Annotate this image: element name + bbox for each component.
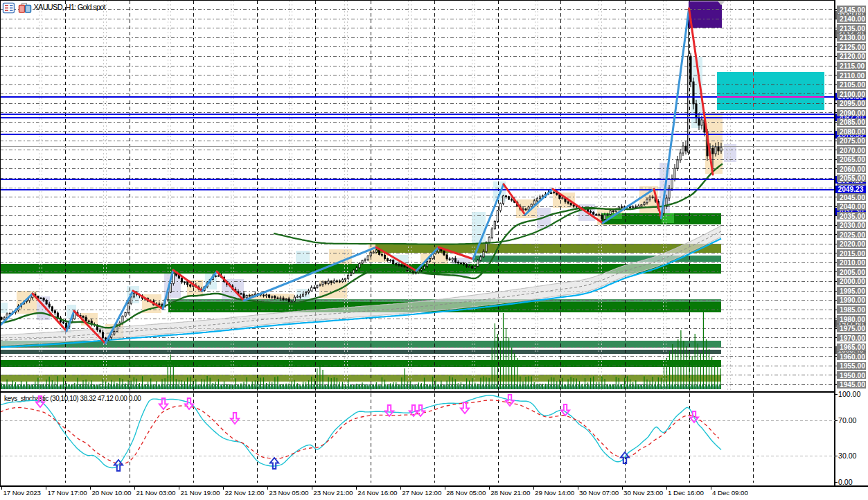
svg-text:2055.00: 2055.00 [840,175,865,182]
svg-text:30.00: 30.00 [838,452,857,460]
svg-text:2030.00: 2030.00 [840,222,865,229]
svg-text:2049.23: 2049.23 [838,186,864,193]
svg-text:2110.00: 2110.00 [840,72,865,80]
svg-text:1965.00: 1965.00 [840,343,865,351]
svg-text:0.00: 0.00 [838,478,853,486]
svg-text:2105.00: 2105.00 [840,81,865,89]
svg-text:2015.00: 2015.00 [840,250,865,258]
svg-text:20 Nov 10:00: 20 Nov 10:00 [91,489,132,497]
svg-text:17 Nov 2023: 17 Nov 2023 [3,489,42,497]
svg-text:2090.00: 2090.00 [840,109,865,117]
svg-text:70.00: 70.00 [838,416,857,425]
svg-text:23 Nov 05:00: 23 Nov 05:00 [269,489,309,497]
svg-text:22 Nov 12:00: 22 Nov 12:00 [224,489,265,497]
svg-text:1 Dec 16:00: 1 Dec 16:00 [668,489,704,497]
svg-text:27 Nov 12:00: 27 Nov 12:00 [402,489,442,497]
svg-text:2125.00: 2125.00 [840,44,865,51]
svg-text:2060.00: 2060.00 [840,166,865,173]
svg-text:30 Nov 07:00: 30 Nov 07:00 [579,489,619,497]
svg-text:2035.00: 2035.00 [840,213,865,220]
svg-text:2040.00: 2040.00 [840,203,865,211]
svg-text:23 Nov 21:00: 23 Nov 21:00 [313,489,353,497]
svg-text:2075.00: 2075.00 [840,137,865,145]
svg-text:2085.00: 2085.00 [840,118,865,126]
svg-text:2080.00: 2080.00 [840,128,865,136]
svg-text:1985.00: 1985.00 [840,306,865,314]
svg-text:2020.00: 2020.00 [840,240,865,248]
svg-text:1975.00: 1975.00 [840,325,865,332]
svg-text:2000.00: 2000.00 [840,278,865,285]
svg-text:1995.00: 1995.00 [840,287,865,295]
svg-text:2140.00: 2140.00 [840,15,865,23]
svg-text:2145.00: 2145.00 [840,6,865,14]
svg-text:100.00: 100.00 [838,390,861,398]
svg-text:28 Nov 21:00: 28 Nov 21:00 [490,489,531,497]
svg-text:XAUUSD, H1: Gold spot: XAUUSD, H1: Gold spot [34,3,106,11]
svg-text:2120.00: 2120.00 [840,53,865,60]
svg-text:1955.00: 1955.00 [840,362,865,370]
svg-text:29 Nov 14:00: 29 Nov 14:00 [535,489,575,497]
svg-text:1970.00: 1970.00 [840,334,865,342]
svg-text:2130.00: 2130.00 [840,34,865,42]
svg-text:1945.00: 1945.00 [840,381,865,389]
svg-text:21 Nov 03:00: 21 Nov 03:00 [136,489,176,497]
svg-text:2115.00: 2115.00 [840,62,865,70]
svg-text:28 Nov 05:00: 28 Nov 05:00 [446,489,486,497]
svg-text:2045.00: 2045.00 [840,194,865,202]
svg-text:4 Dec 09:00: 4 Dec 09:00 [712,489,748,497]
svg-text:17 Nov 17:00: 17 Nov 17:00 [48,489,88,497]
svg-text:1950.00: 1950.00 [840,372,865,380]
svg-text:30 Nov 23:00: 30 Nov 23:00 [623,489,664,497]
svg-text:1980.00: 1980.00 [840,316,865,323]
svg-text:2010.00: 2010.00 [840,259,865,267]
svg-text:2100.00: 2100.00 [840,91,865,98]
svg-text:2135.00: 2135.00 [840,25,865,33]
svg-text:24 Nov 16:00: 24 Nov 16:00 [357,489,398,497]
svg-text:2070.00: 2070.00 [840,147,865,154]
svg-text:2065.00: 2065.00 [840,156,865,163]
svg-text:1990.00: 1990.00 [840,296,865,304]
svg-text:21 Nov 19:00: 21 Nov 19:00 [180,489,220,497]
svg-text:1960.00: 1960.00 [840,353,865,361]
svg-text:2095.00: 2095.00 [840,100,865,107]
svg-text:2025.00: 2025.00 [840,231,865,239]
svg-text:2005.00: 2005.00 [840,269,865,276]
